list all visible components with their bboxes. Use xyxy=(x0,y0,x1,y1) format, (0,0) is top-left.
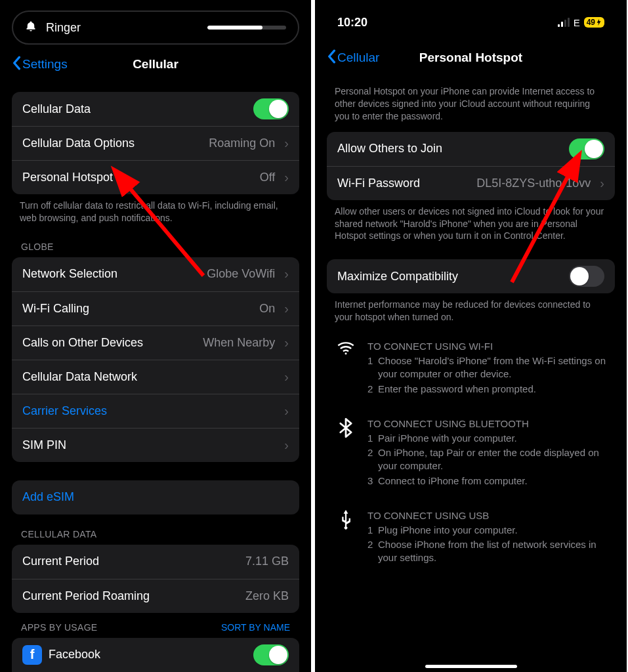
footer-allow-join: Allow other users or devices not signed … xyxy=(322,200,620,245)
section-header-cellular-data: CELLULAR DATA xyxy=(7,514,304,545)
signal-icon xyxy=(558,18,570,27)
toggle-maximize-compat[interactable] xyxy=(569,266,604,287)
instructions-usb: TO CONNECT USING USB 1Plug iPhone into y… xyxy=(322,495,620,573)
group-compat: Maximize Compatibility xyxy=(327,259,615,293)
row-cellular-data[interactable]: Cellular Data xyxy=(12,92,299,126)
intro-text: Personal Hotspot on your iPhone can prov… xyxy=(322,74,620,125)
row-app-facebook[interactable]: f Facebook xyxy=(12,638,299,672)
footer-cellular-main: Turn off cellular data to restrict all d… xyxy=(7,194,304,227)
ringer-volume-track xyxy=(90,26,286,30)
group-allow-join: Allow Others to Join Wi-Fi Password DL5I… xyxy=(327,132,615,200)
row-network-selection[interactable]: Network Selection Globe VoWifi › xyxy=(12,257,299,291)
section-header-globe: GLOBE xyxy=(7,227,304,257)
nav-bar: Cellular Personal Hotspot xyxy=(322,42,620,74)
usb-icon xyxy=(336,510,356,566)
screenshot-personal-hotspot: 10:20 E 49 Cellular Personal Hotspot Per… xyxy=(315,0,627,672)
status-bar: 10:20 E 49 xyxy=(322,7,620,38)
back-label: Settings xyxy=(22,57,68,72)
toggle-allow-others[interactable] xyxy=(569,138,604,159)
instructions-bluetooth: TO CONNECT USING BLUETOOTH 1Pair iPhone … xyxy=(322,404,620,495)
footer-compat: Internet performance may be reduced for … xyxy=(322,293,620,326)
chevron-right-icon: › xyxy=(284,404,289,419)
chevron-right-icon: › xyxy=(600,176,604,191)
bluetooth-icon xyxy=(336,418,356,489)
battery-icon: 49 xyxy=(584,17,604,28)
row-allow-others[interactable]: Allow Others to Join xyxy=(327,132,615,166)
group-carrier: Network Selection Globe VoWifi › Wi-Fi C… xyxy=(12,257,299,462)
section-header-apps: APPS BY USAGE xyxy=(7,613,112,638)
back-label: Cellular xyxy=(337,51,379,65)
row-maximize-compat[interactable]: Maximize Compatibility xyxy=(327,259,615,293)
chevron-right-icon: › xyxy=(284,170,289,185)
instructions-wifi: TO CONNECT USING WI-FI 1Choose "Harold's… xyxy=(322,326,620,404)
bell-icon xyxy=(25,20,37,35)
row-wifi-password[interactable]: Wi-Fi Password DL5I-8ZYS-utho-1ovv › xyxy=(327,166,615,200)
chevron-right-icon: › xyxy=(284,369,289,385)
row-cellular-data-options[interactable]: Cellular Data Options Roaming On › xyxy=(12,126,299,160)
row-personal-hotspot[interactable]: Personal Hotspot Off › xyxy=(12,160,299,194)
chevron-right-icon: › xyxy=(284,136,289,151)
chevron-left-icon xyxy=(327,49,336,67)
group-add-esim: Add eSIM xyxy=(12,480,299,514)
svg-point-1 xyxy=(345,352,346,354)
ringer-pill: Ringer xyxy=(12,10,299,45)
chevron-right-icon: › xyxy=(284,335,289,350)
group-cellular-main: Cellular Data Cellular Data Options Roam… xyxy=(12,92,299,194)
chevron-right-icon: › xyxy=(284,266,289,282)
chevron-left-icon xyxy=(12,56,21,74)
wifi-icon xyxy=(336,341,356,397)
sort-by-name-button[interactable]: SORT BY NAME xyxy=(221,613,304,633)
back-button[interactable]: Settings xyxy=(7,56,68,74)
row-carrier-services[interactable]: Carrier Services › xyxy=(12,394,299,428)
group-apps: f Facebook xyxy=(12,638,299,672)
toggle-cellular-data[interactable] xyxy=(253,98,289,119)
screenshot-cellular: Ringer Settings Cellular Cellular Data C… xyxy=(0,0,311,672)
group-usage: Current Period 7.11 GB Current Period Ro… xyxy=(12,545,299,613)
facebook-icon: f xyxy=(22,645,42,665)
home-indicator[interactable] xyxy=(425,665,517,668)
nav-bar: Settings Cellular xyxy=(7,49,304,80)
chevron-right-icon: › xyxy=(284,301,289,316)
row-current-period-roaming[interactable]: Current Period Roaming Zero KB xyxy=(12,579,299,613)
row-wifi-calling[interactable]: Wi-Fi Calling On › xyxy=(12,291,299,326)
row-cellular-data-network[interactable]: Cellular Data Network › xyxy=(12,360,299,394)
ringer-label: Ringer xyxy=(46,21,81,35)
back-button[interactable]: Cellular xyxy=(322,49,379,67)
status-time: 10:20 xyxy=(337,16,367,30)
row-add-esim[interactable]: Add eSIM xyxy=(12,480,299,514)
toggle-app-facebook[interactable] xyxy=(253,644,289,665)
row-current-period[interactable]: Current Period 7.11 GB xyxy=(12,545,299,579)
chevron-right-icon: › xyxy=(284,438,289,453)
network-type: E xyxy=(574,17,580,28)
row-calls-other-devices[interactable]: Calls on Other Devices When Nearby › xyxy=(12,326,299,360)
row-sim-pin[interactable]: SIM PIN › xyxy=(12,428,299,462)
